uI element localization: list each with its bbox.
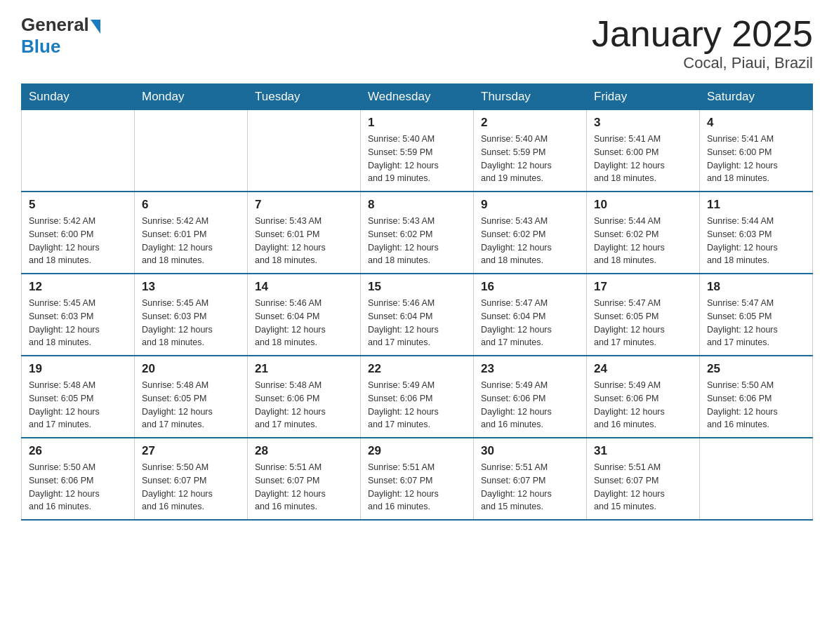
logo-triangle-icon xyxy=(91,20,100,34)
calendar-day-cell: 10Sunrise: 5:44 AMSunset: 6:02 PMDayligh… xyxy=(587,192,700,274)
day-of-week-header: Saturday xyxy=(700,84,813,110)
calendar-day-cell: 27Sunrise: 5:50 AMSunset: 6:07 PMDayligh… xyxy=(135,438,248,520)
day-number: 14 xyxy=(255,280,353,294)
calendar-day-cell: 25Sunrise: 5:50 AMSunset: 6:06 PMDayligh… xyxy=(700,356,813,438)
day-number: 19 xyxy=(29,362,127,376)
day-info: Sunrise: 5:49 AMSunset: 6:06 PMDaylight:… xyxy=(368,379,466,431)
calendar-day-cell: 4Sunrise: 5:41 AMSunset: 6:00 PMDaylight… xyxy=(700,110,813,192)
calendar-day-cell: 16Sunrise: 5:47 AMSunset: 6:04 PMDayligh… xyxy=(474,274,587,356)
day-number: 4 xyxy=(707,116,805,130)
calendar-day-cell: 6Sunrise: 5:42 AMSunset: 6:01 PMDaylight… xyxy=(135,192,248,274)
calendar-day-cell: 17Sunrise: 5:47 AMSunset: 6:05 PMDayligh… xyxy=(587,274,700,356)
day-info: Sunrise: 5:46 AMSunset: 6:04 PMDaylight:… xyxy=(368,297,466,349)
day-info: Sunrise: 5:51 AMSunset: 6:07 PMDaylight:… xyxy=(481,461,579,514)
day-number: 17 xyxy=(594,280,692,294)
calendar-title: January 2025 xyxy=(592,14,813,54)
day-info: Sunrise: 5:42 AMSunset: 6:01 PMDaylight:… xyxy=(142,215,240,267)
day-info: Sunrise: 5:50 AMSunset: 6:06 PMDaylight:… xyxy=(29,461,127,514)
day-info: Sunrise: 5:41 AMSunset: 6:00 PMDaylight:… xyxy=(707,133,805,185)
day-of-week-header: Friday xyxy=(587,84,700,110)
calendar-day-cell: 23Sunrise: 5:49 AMSunset: 6:06 PMDayligh… xyxy=(474,356,587,438)
calendar-day-cell: 26Sunrise: 5:50 AMSunset: 6:06 PMDayligh… xyxy=(22,438,135,520)
calendar-day-cell: 13Sunrise: 5:45 AMSunset: 6:03 PMDayligh… xyxy=(135,274,248,356)
calendar-week-row: 26Sunrise: 5:50 AMSunset: 6:06 PMDayligh… xyxy=(22,438,813,520)
calendar-header-row: SundayMondayTuesdayWednesdayThursdayFrid… xyxy=(22,84,813,110)
calendar-week-row: 5Sunrise: 5:42 AMSunset: 6:00 PMDaylight… xyxy=(22,192,813,274)
calendar-subtitle: Cocal, Piaui, Brazil xyxy=(592,54,813,72)
calendar-week-row: 19Sunrise: 5:48 AMSunset: 6:05 PMDayligh… xyxy=(22,356,813,438)
day-number: 8 xyxy=(368,198,466,212)
day-number: 9 xyxy=(481,198,579,212)
day-info: Sunrise: 5:44 AMSunset: 6:03 PMDaylight:… xyxy=(707,215,805,267)
day-info: Sunrise: 5:48 AMSunset: 6:05 PMDaylight:… xyxy=(29,379,127,431)
calendar-week-row: 1Sunrise: 5:40 AMSunset: 5:59 PMDaylight… xyxy=(22,110,813,192)
logo-blue-text: Blue xyxy=(21,36,60,57)
calendar-day-cell: 5Sunrise: 5:42 AMSunset: 6:00 PMDaylight… xyxy=(22,192,135,274)
day-number: 26 xyxy=(29,444,127,458)
day-info: Sunrise: 5:45 AMSunset: 6:03 PMDaylight:… xyxy=(142,297,240,349)
day-number: 12 xyxy=(29,280,127,294)
day-info: Sunrise: 5:43 AMSunset: 6:02 PMDaylight:… xyxy=(368,215,466,267)
day-number: 25 xyxy=(707,362,805,376)
page-header: General Blue January 2025 Cocal, Piaui, … xyxy=(21,14,813,72)
calendar-day-cell: 22Sunrise: 5:49 AMSunset: 6:06 PMDayligh… xyxy=(361,356,474,438)
calendar-week-row: 12Sunrise: 5:45 AMSunset: 6:03 PMDayligh… xyxy=(22,274,813,356)
day-info: Sunrise: 5:40 AMSunset: 5:59 PMDaylight:… xyxy=(481,133,579,185)
day-number: 24 xyxy=(594,362,692,376)
day-info: Sunrise: 5:51 AMSunset: 6:07 PMDaylight:… xyxy=(255,461,353,514)
calendar-day-cell xyxy=(700,438,813,520)
day-number: 10 xyxy=(594,198,692,212)
day-number: 5 xyxy=(29,198,127,212)
day-number: 20 xyxy=(142,362,240,376)
day-number: 6 xyxy=(142,198,240,212)
day-number: 3 xyxy=(594,116,692,130)
calendar-day-cell: 20Sunrise: 5:48 AMSunset: 6:05 PMDayligh… xyxy=(135,356,248,438)
calendar-day-cell: 28Sunrise: 5:51 AMSunset: 6:07 PMDayligh… xyxy=(248,438,361,520)
calendar-day-cell: 30Sunrise: 5:51 AMSunset: 6:07 PMDayligh… xyxy=(474,438,587,520)
calendar-day-cell: 11Sunrise: 5:44 AMSunset: 6:03 PMDayligh… xyxy=(700,192,813,274)
day-number: 28 xyxy=(255,444,353,458)
day-info: Sunrise: 5:43 AMSunset: 6:01 PMDaylight:… xyxy=(255,215,353,267)
calendar-day-cell: 14Sunrise: 5:46 AMSunset: 6:04 PMDayligh… xyxy=(248,274,361,356)
day-info: Sunrise: 5:40 AMSunset: 5:59 PMDaylight:… xyxy=(368,133,466,185)
day-info: Sunrise: 5:47 AMSunset: 6:05 PMDaylight:… xyxy=(594,297,692,349)
day-info: Sunrise: 5:49 AMSunset: 6:06 PMDaylight:… xyxy=(481,379,579,431)
calendar-day-cell: 8Sunrise: 5:43 AMSunset: 6:02 PMDaylight… xyxy=(361,192,474,274)
day-of-week-header: Wednesday xyxy=(361,84,474,110)
calendar-day-cell xyxy=(22,110,135,192)
day-number: 18 xyxy=(707,280,805,294)
calendar-day-cell: 19Sunrise: 5:48 AMSunset: 6:05 PMDayligh… xyxy=(22,356,135,438)
day-number: 23 xyxy=(481,362,579,376)
day-info: Sunrise: 5:49 AMSunset: 6:06 PMDaylight:… xyxy=(594,379,692,431)
day-number: 22 xyxy=(368,362,466,376)
day-number: 21 xyxy=(255,362,353,376)
day-of-week-header: Tuesday xyxy=(248,84,361,110)
day-info: Sunrise: 5:50 AMSunset: 6:06 PMDaylight:… xyxy=(707,379,805,431)
day-info: Sunrise: 5:45 AMSunset: 6:03 PMDaylight:… xyxy=(29,297,127,349)
day-number: 11 xyxy=(707,198,805,212)
calendar-day-cell: 29Sunrise: 5:51 AMSunset: 6:07 PMDayligh… xyxy=(361,438,474,520)
day-info: Sunrise: 5:50 AMSunset: 6:07 PMDaylight:… xyxy=(142,461,240,514)
logo-general-text: General xyxy=(21,14,89,36)
calendar-day-cell: 18Sunrise: 5:47 AMSunset: 6:05 PMDayligh… xyxy=(700,274,813,356)
calendar-day-cell: 9Sunrise: 5:43 AMSunset: 6:02 PMDaylight… xyxy=(474,192,587,274)
calendar-day-cell xyxy=(135,110,248,192)
day-info: Sunrise: 5:44 AMSunset: 6:02 PMDaylight:… xyxy=(594,215,692,267)
calendar-day-cell xyxy=(248,110,361,192)
day-info: Sunrise: 5:42 AMSunset: 6:00 PMDaylight:… xyxy=(29,215,127,267)
calendar-day-cell: 24Sunrise: 5:49 AMSunset: 6:06 PMDayligh… xyxy=(587,356,700,438)
calendar-day-cell: 15Sunrise: 5:46 AMSunset: 6:04 PMDayligh… xyxy=(361,274,474,356)
day-number: 30 xyxy=(481,444,579,458)
day-info: Sunrise: 5:48 AMSunset: 6:05 PMDaylight:… xyxy=(142,379,240,431)
day-number: 2 xyxy=(481,116,579,130)
day-number: 13 xyxy=(142,280,240,294)
calendar-day-cell: 21Sunrise: 5:48 AMSunset: 6:06 PMDayligh… xyxy=(248,356,361,438)
day-number: 27 xyxy=(142,444,240,458)
day-info: Sunrise: 5:48 AMSunset: 6:06 PMDaylight:… xyxy=(255,379,353,431)
calendar-table: SundayMondayTuesdayWednesdayThursdayFrid… xyxy=(21,83,813,521)
title-block: January 2025 Cocal, Piaui, Brazil xyxy=(592,14,813,72)
calendar-day-cell: 31Sunrise: 5:51 AMSunset: 6:07 PMDayligh… xyxy=(587,438,700,520)
day-of-week-header: Sunday xyxy=(22,84,135,110)
day-number: 29 xyxy=(368,444,466,458)
day-number: 15 xyxy=(368,280,466,294)
